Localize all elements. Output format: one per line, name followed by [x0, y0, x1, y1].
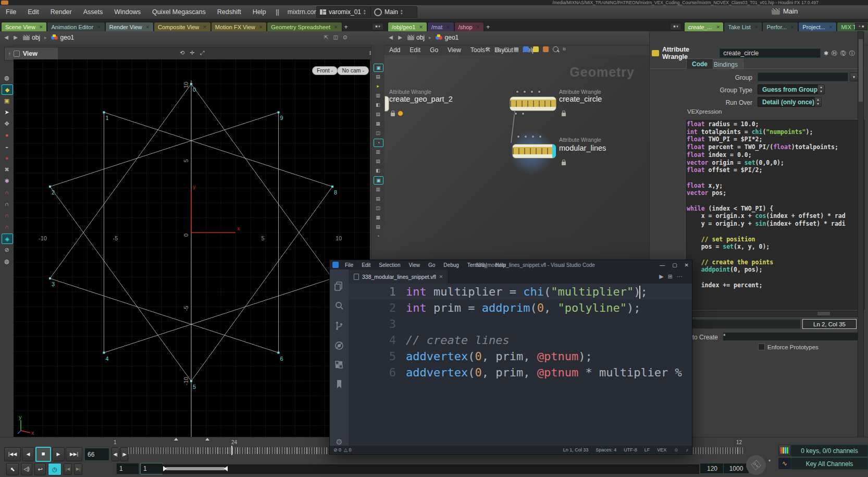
tab-render-view[interactable]: Render View✕ [105, 22, 154, 32]
display-option-icon[interactable]: ▤ [374, 195, 382, 202]
vscode-menu-view[interactable]: View [405, 262, 425, 268]
shelf-tool-icon[interactable]: ▣ [2, 96, 12, 105]
view-mode-badge[interactable]: Front - [312, 66, 338, 75]
export-icon[interactable]: ⇱ [322, 33, 330, 42]
explorer-icon[interactable] [334, 281, 344, 291]
run-over-dropdown[interactable]: Detail (only once) [758, 97, 820, 107]
group-input[interactable] [758, 72, 848, 81]
breadcrumb-geo1[interactable]: geo1 [433, 34, 461, 41]
jump-start-button[interactable]: |◀◀ [4, 447, 21, 461]
audio-icon[interactable]: ◁) [21, 463, 32, 475]
shelf-tool-icon[interactable]: ∩ [2, 222, 12, 231]
play-button[interactable]: ▶ [52, 447, 65, 461]
scoped-channels-icon[interactable]: ∿ [778, 458, 791, 469]
current-frame-field[interactable]: 66 [84, 448, 109, 461]
desktop-selector[interactable]: varomix_01 ▴▾ [316, 6, 374, 18]
close-tab-icon[interactable]: ✕ [203, 25, 207, 30]
shelf-tool-icon[interactable]: ⊘ [2, 245, 12, 254]
timeline-ruler[interactable] [114, 447, 328, 454]
status-item[interactable]: UTF-8 [620, 447, 641, 452]
close-tab-icon[interactable]: ✕ [716, 25, 720, 30]
display-option-icon[interactable]: ▦ [374, 214, 382, 221]
close-tab-icon[interactable]: ✕ [145, 25, 150, 30]
back-icon[interactable]: ◀ [2, 33, 10, 42]
shelf-tool-icon[interactable]: ● [2, 130, 12, 140]
display-option-icon[interactable]: ◧ [374, 167, 382, 174]
close-tab-icon[interactable]: ✕ [476, 25, 480, 30]
display-option-icon[interactable]: ▥ [374, 186, 382, 193]
node-create-circle[interactable] [510, 96, 556, 111]
shelf-tool-icon[interactable]: ◒ [2, 142, 12, 151]
tab-animation-editor[interactable]: Animation Editor✕ [47, 22, 105, 32]
node-name-label[interactable]: modular_lines [559, 144, 606, 152]
menu-redshift[interactable]: Redshift [212, 8, 247, 16]
undo-icon[interactable]: ↩ [34, 463, 46, 475]
status-item[interactable]: Ln 1, Col 33 [560, 447, 592, 452]
node-name-label[interactable]: create_geo_part_2 [389, 95, 453, 103]
close-tab-icon[interactable]: ✕ [829, 25, 833, 30]
vscode-tab[interactable]: 338_modular_lines_snippet.vfl ✕ [349, 270, 449, 284]
spinner-icon[interactable]: ▴▾ [817, 84, 825, 94]
close-tab-icon[interactable]: ✕ [419, 25, 423, 30]
key-dropdown-icon[interactable]: ▾ [768, 458, 771, 463]
realtime-toggle-icon[interactable]: ◷ [48, 463, 61, 475]
range-out-field[interactable]: 120 [700, 463, 725, 474]
display-option-icon[interactable]: ▥ [374, 148, 382, 155]
network-canvas[interactable]: Geometry Attribute Wrangle create_geo_pa… [385, 55, 649, 260]
network-menu-go[interactable]: Go [425, 46, 443, 54]
tab-bindings[interactable]: Bindings [708, 59, 743, 69]
display-option-icon[interactable]: ◧ [374, 101, 382, 108]
extensions-icon[interactable] [334, 360, 344, 371]
maximize-icon[interactable]: ▢ [672, 262, 677, 268]
pane-scrollbar[interactable] [858, 31, 864, 438]
close-tab-icon[interactable]: ✕ [446, 25, 450, 30]
close-tab-icon[interactable]: ✕ [259, 25, 263, 30]
close-icon[interactable]: ✕ [685, 262, 689, 268]
node-name-field[interactable]: create_circle [720, 48, 820, 58]
play-reverse-button[interactable]: ◀ [22, 447, 34, 461]
tab-project-[interactable]: Project...✕ [798, 22, 837, 32]
pane-menu-button[interactable]: ■ ▾ [670, 23, 681, 30]
shelf-tool-icon[interactable]: ➤ [2, 107, 12, 117]
camera-badge[interactable]: No cam - [337, 66, 369, 75]
display-option-icon[interactable]: ▤ [374, 157, 382, 165]
group-dropdown-icon[interactable]: ▾ [850, 72, 858, 81]
tab-code[interactable]: Code [686, 58, 713, 69]
display-option-icon[interactable]: ◔ [374, 139, 383, 147]
tab-scene-view[interactable]: Scene View✕ [1, 22, 47, 32]
display-option-icon[interactable]: ▦ [374, 120, 382, 127]
search-icon[interactable] [334, 301, 344, 311]
menu-windows[interactable]: Windows [108, 8, 146, 16]
vscode-menu-go[interactable]: Go [424, 262, 439, 268]
display-option-icon[interactable]: ▤ [374, 73, 382, 80]
editor-actions[interactable]: ▶⊞⋯ [659, 273, 687, 280]
shelf-tool-icon[interactable]: ◍ [2, 73, 12, 82]
step-back-button[interactable]: ◀| [111, 447, 119, 461]
back-icon[interactable]: ◀ [387, 33, 395, 42]
splitter-grip[interactable] [205, 438, 209, 441]
node-modular-lines[interactable] [512, 144, 556, 158]
tab-take-list[interactable]: Take List✕ [724, 22, 762, 32]
display-option-icon[interactable]: ◔ [374, 233, 382, 240]
shelf-tool-icon[interactable]: ∩ [2, 188, 12, 197]
shelf-tool-icon[interactable]: ✖ [2, 165, 12, 174]
shelf-tool-icon[interactable]: ∩ [2, 199, 12, 209]
breadcrumb-geo1[interactable]: geo1 [49, 34, 77, 41]
step-forward-button[interactable]: |▶ [120, 447, 128, 461]
menu-file[interactable]: File [0, 8, 22, 16]
shelf-tool-icon[interactable]: ∩ [2, 211, 12, 220]
source-control-icon[interactable] [334, 321, 344, 331]
attributes-to-create-input[interactable]: * [723, 332, 864, 341]
display-option-icon[interactable]: ▣ [374, 64, 383, 72]
display-flag[interactable] [552, 144, 556, 158]
enforce-prototypes-checkbox[interactable] [758, 344, 765, 350]
vex-hscrollbar[interactable] [686, 311, 859, 317]
add-tab-button[interactable]: + [344, 23, 348, 31]
tab-geometry-spreadsheet[interactable]: Geometry Spreadsheet✕ [267, 22, 342, 32]
splitter-grip[interactable] [174, 438, 178, 441]
prev-key-button[interactable]: |◀ [64, 463, 72, 475]
take-selector[interactable]: Main [772, 7, 798, 15]
auto-key-icon[interactable] [778, 445, 791, 456]
display-option-icon[interactable]: ▥ [374, 92, 382, 99]
vscode-menu-edit[interactable]: Edit [357, 262, 375, 268]
